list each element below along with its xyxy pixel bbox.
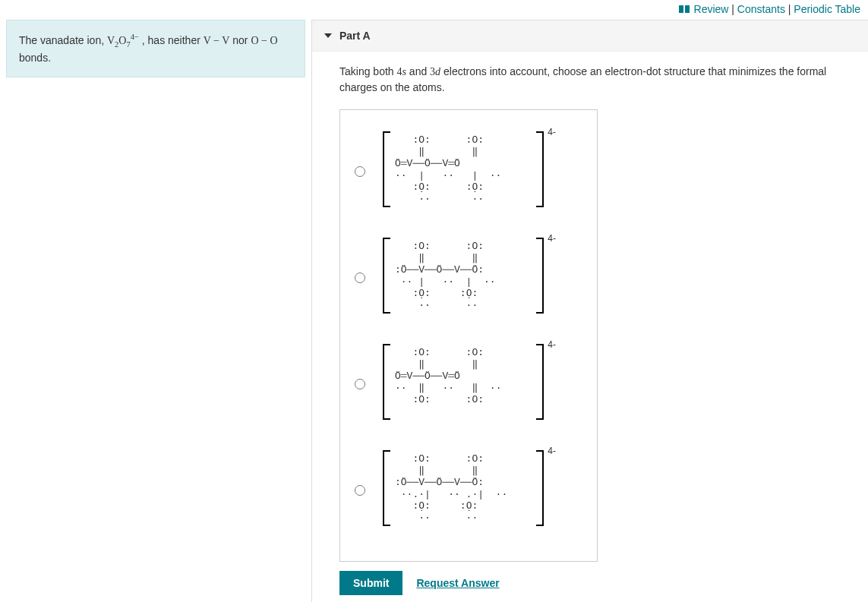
submit-button[interactable]: Submit <box>339 571 402 595</box>
structure-3: 4- :O: :O: ‖ ‖ Ö═V──Ö──V═Ö ·· ‖ ·· ‖ ·· … <box>375 341 565 424</box>
problem-info-box: The vanadate ion, V2O74− , has neither V… <box>6 20 305 77</box>
structure-1: 4- :O: :O: ‖ ‖ Ö═V──Ö──V═Ö ·· | ·· | ·· … <box>375 128 565 212</box>
caret-down-icon <box>324 33 332 38</box>
option-2[interactable]: 4- :O: :O: ‖ ‖ :Ö──V──Ö──V──Ö: ·· | ·· |… <box>351 235 591 318</box>
option-1[interactable]: 4- :O: :O: ‖ ‖ Ö═V──Ö──V═Ö ·· | ·· | ·· … <box>351 128 591 212</box>
structure-4: 4- :O: :O: ‖ ‖ :Ö──V──Ö──V──Ö: ··.·| ·· … <box>375 447 565 531</box>
review-icon <box>679 5 690 13</box>
question-text: Taking both 4s and 3d electrons into acc… <box>312 52 844 105</box>
option-1-radio[interactable] <box>355 166 365 177</box>
option-4[interactable]: 4- :O: :O: ‖ ‖ :Ö──V──Ö──V──Ö: ··.·| ·· … <box>351 447 591 531</box>
top-links: Review | Constants | Periodic Table <box>679 3 860 15</box>
part-label: Part A <box>339 30 371 42</box>
option-3[interactable]: 4- :O: :O: ‖ ‖ Ö═V──Ö──V═Ö ·· ‖ ·· ‖ ·· … <box>351 341 591 424</box>
part-header[interactable]: Part A <box>312 20 868 52</box>
review-link[interactable]: Review <box>694 3 729 15</box>
periodic-table-link[interactable]: Periodic Table <box>794 3 860 15</box>
option-2-radio[interactable] <box>355 273 365 283</box>
option-3-radio[interactable] <box>355 379 365 389</box>
constants-link[interactable]: Constants <box>737 3 785 15</box>
option-4-radio[interactable] <box>355 485 365 496</box>
answer-options: 4- :O: :O: ‖ ‖ Ö═V──Ö──V═Ö ·· | ·· | ·· … <box>339 109 598 562</box>
structure-2: 4- :O: :O: ‖ ‖ :Ö──V──Ö──V──Ö: ·· | ·· |… <box>375 235 565 318</box>
request-answer-link[interactable]: Request Answer <box>416 577 499 589</box>
